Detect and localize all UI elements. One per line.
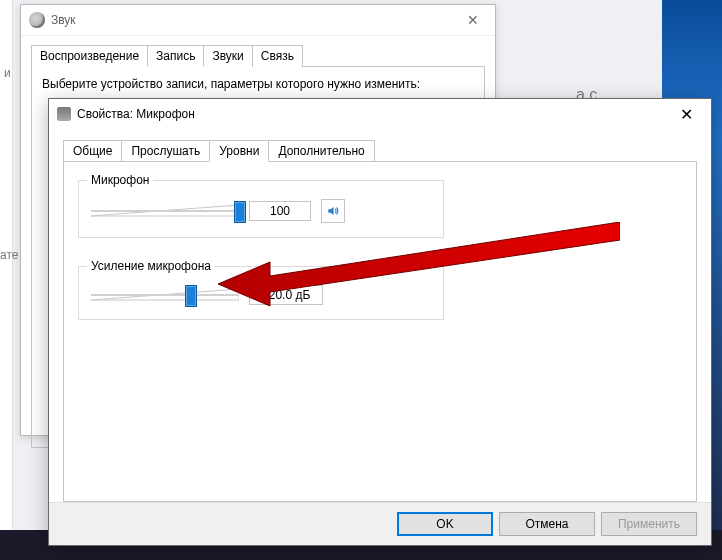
bg-text: ате: [0, 248, 18, 262]
button-bar: OK Отмена Применить: [49, 502, 711, 545]
mic-boost-slider[interactable]: [91, 285, 239, 305]
tab-advanced[interactable]: Дополнительно: [268, 140, 374, 162]
sound-titlebar: Звук ✕: [21, 5, 495, 36]
tab-playback[interactable]: Воспроизведение: [31, 45, 148, 67]
tab-general[interactable]: Общие: [63, 140, 122, 162]
mic-level-thumb[interactable]: [234, 201, 246, 223]
props-tabs: Общие Прослушать Уровни Дополнительно: [49, 129, 711, 161]
mic-properties-window: Свойства: Микрофон ✕ Общие Прослушать Ур…: [48, 98, 712, 546]
tab-communications[interactable]: Связь: [252, 45, 303, 67]
microphone-icon: [57, 107, 71, 121]
props-titlebar: Свойства: Микрофон ✕: [49, 99, 711, 129]
apply-button[interactable]: Применить: [601, 512, 697, 536]
sound-icon: [29, 12, 45, 28]
mic-level-value[interactable]: 100: [249, 201, 311, 221]
tab-recording[interactable]: Запись: [147, 45, 204, 67]
tab-listen[interactable]: Прослушать: [121, 140, 210, 162]
ok-button[interactable]: OK: [397, 512, 493, 536]
mic-level-label: Микрофон: [87, 173, 153, 187]
mic-level-group: Микрофон 100: [78, 180, 444, 238]
tab-levels[interactable]: Уровни: [209, 140, 269, 162]
close-icon[interactable]: ✕: [670, 103, 703, 126]
sound-window-title: Звук: [51, 13, 459, 27]
mic-boost-group: Усиление микрофона +20.0 дБ: [78, 266, 444, 320]
mic-boost-thumb[interactable]: [185, 285, 197, 307]
mute-button[interactable]: [321, 199, 345, 223]
bg-text: и: [4, 66, 11, 80]
props-window-title: Свойства: Микрофон: [77, 107, 670, 121]
close-icon[interactable]: ✕: [459, 8, 487, 32]
mic-boost-value: +20.0 дБ: [249, 285, 323, 305]
tab-sounds[interactable]: Звуки: [203, 45, 252, 67]
props-tabpanel: Микрофон 100: [63, 161, 697, 502]
mic-level-slider[interactable]: [91, 201, 239, 221]
sound-tabs: Воспроизведение Запись Звуки Связь: [21, 36, 495, 66]
cancel-button[interactable]: Отмена: [499, 512, 595, 536]
mic-boost-label: Усиление микрофона: [87, 259, 215, 273]
speaker-icon: [326, 204, 340, 218]
sound-instruction: Выберите устройство записи, параметры ко…: [42, 77, 420, 91]
